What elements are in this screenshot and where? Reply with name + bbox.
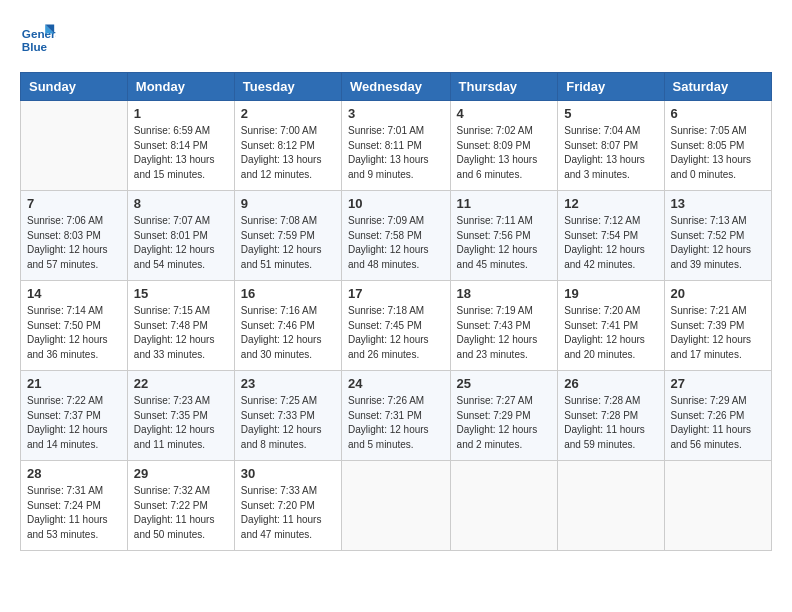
- cell-info: Sunrise: 7:14 AM Sunset: 7:50 PM Dayligh…: [27, 304, 121, 362]
- calendar-cell: [21, 101, 128, 191]
- cell-info: Sunrise: 7:26 AM Sunset: 7:31 PM Dayligh…: [348, 394, 444, 452]
- week-row-1: 1Sunrise: 6:59 AM Sunset: 8:14 PM Daylig…: [21, 101, 772, 191]
- calendar-cell: 12Sunrise: 7:12 AM Sunset: 7:54 PM Dayli…: [558, 191, 664, 281]
- day-number: 15: [134, 286, 228, 301]
- day-number: 28: [27, 466, 121, 481]
- day-number: 14: [27, 286, 121, 301]
- calendar-cell: 4Sunrise: 7:02 AM Sunset: 8:09 PM Daylig…: [450, 101, 558, 191]
- cell-info: Sunrise: 7:04 AM Sunset: 8:07 PM Dayligh…: [564, 124, 657, 182]
- calendar-cell: 8Sunrise: 7:07 AM Sunset: 8:01 PM Daylig…: [127, 191, 234, 281]
- cell-info: Sunrise: 7:21 AM Sunset: 7:39 PM Dayligh…: [671, 304, 765, 362]
- day-number: 8: [134, 196, 228, 211]
- cell-info: Sunrise: 7:18 AM Sunset: 7:45 PM Dayligh…: [348, 304, 444, 362]
- weekday-header-monday: Monday: [127, 73, 234, 101]
- day-number: 19: [564, 286, 657, 301]
- day-number: 25: [457, 376, 552, 391]
- day-number: 10: [348, 196, 444, 211]
- cell-info: Sunrise: 7:28 AM Sunset: 7:28 PM Dayligh…: [564, 394, 657, 452]
- calendar-cell: 7Sunrise: 7:06 AM Sunset: 8:03 PM Daylig…: [21, 191, 128, 281]
- svg-text:Blue: Blue: [22, 40, 48, 53]
- calendar-cell: 16Sunrise: 7:16 AM Sunset: 7:46 PM Dayli…: [234, 281, 341, 371]
- calendar-cell: 20Sunrise: 7:21 AM Sunset: 7:39 PM Dayli…: [664, 281, 771, 371]
- day-number: 11: [457, 196, 552, 211]
- day-number: 30: [241, 466, 335, 481]
- cell-info: Sunrise: 7:15 AM Sunset: 7:48 PM Dayligh…: [134, 304, 228, 362]
- calendar-cell: 18Sunrise: 7:19 AM Sunset: 7:43 PM Dayli…: [450, 281, 558, 371]
- calendar-cell: 21Sunrise: 7:22 AM Sunset: 7:37 PM Dayli…: [21, 371, 128, 461]
- cell-info: Sunrise: 6:59 AM Sunset: 8:14 PM Dayligh…: [134, 124, 228, 182]
- calendar-cell: [450, 461, 558, 551]
- calendar-cell: 27Sunrise: 7:29 AM Sunset: 7:26 PM Dayli…: [664, 371, 771, 461]
- day-number: 13: [671, 196, 765, 211]
- cell-info: Sunrise: 7:20 AM Sunset: 7:41 PM Dayligh…: [564, 304, 657, 362]
- calendar-cell: 2Sunrise: 7:00 AM Sunset: 8:12 PM Daylig…: [234, 101, 341, 191]
- cell-info: Sunrise: 7:32 AM Sunset: 7:22 PM Dayligh…: [134, 484, 228, 542]
- cell-info: Sunrise: 7:07 AM Sunset: 8:01 PM Dayligh…: [134, 214, 228, 272]
- day-number: 22: [134, 376, 228, 391]
- day-number: 26: [564, 376, 657, 391]
- day-number: 24: [348, 376, 444, 391]
- weekday-header-wednesday: Wednesday: [342, 73, 451, 101]
- cell-info: Sunrise: 7:22 AM Sunset: 7:37 PM Dayligh…: [27, 394, 121, 452]
- calendar-cell: 14Sunrise: 7:14 AM Sunset: 7:50 PM Dayli…: [21, 281, 128, 371]
- week-row-3: 14Sunrise: 7:14 AM Sunset: 7:50 PM Dayli…: [21, 281, 772, 371]
- cell-info: Sunrise: 7:31 AM Sunset: 7:24 PM Dayligh…: [27, 484, 121, 542]
- calendar-cell: 1Sunrise: 6:59 AM Sunset: 8:14 PM Daylig…: [127, 101, 234, 191]
- cell-info: Sunrise: 7:08 AM Sunset: 7:59 PM Dayligh…: [241, 214, 335, 272]
- cell-info: Sunrise: 7:29 AM Sunset: 7:26 PM Dayligh…: [671, 394, 765, 452]
- calendar-table: SundayMondayTuesdayWednesdayThursdayFrid…: [20, 72, 772, 551]
- cell-info: Sunrise: 7:23 AM Sunset: 7:35 PM Dayligh…: [134, 394, 228, 452]
- calendar-cell: 13Sunrise: 7:13 AM Sunset: 7:52 PM Dayli…: [664, 191, 771, 281]
- day-number: 27: [671, 376, 765, 391]
- calendar-cell: 6Sunrise: 7:05 AM Sunset: 8:05 PM Daylig…: [664, 101, 771, 191]
- calendar-cell: 9Sunrise: 7:08 AM Sunset: 7:59 PM Daylig…: [234, 191, 341, 281]
- weekday-header-thursday: Thursday: [450, 73, 558, 101]
- logo-icon: General Blue: [20, 20, 56, 56]
- day-number: 9: [241, 196, 335, 211]
- calendar-cell: 29Sunrise: 7:32 AM Sunset: 7:22 PM Dayli…: [127, 461, 234, 551]
- day-number: 2: [241, 106, 335, 121]
- cell-info: Sunrise: 7:06 AM Sunset: 8:03 PM Dayligh…: [27, 214, 121, 272]
- day-number: 29: [134, 466, 228, 481]
- week-row-4: 21Sunrise: 7:22 AM Sunset: 7:37 PM Dayli…: [21, 371, 772, 461]
- cell-info: Sunrise: 7:16 AM Sunset: 7:46 PM Dayligh…: [241, 304, 335, 362]
- weekday-header-row: SundayMondayTuesdayWednesdayThursdayFrid…: [21, 73, 772, 101]
- day-number: 18: [457, 286, 552, 301]
- day-number: 3: [348, 106, 444, 121]
- cell-info: Sunrise: 7:27 AM Sunset: 7:29 PM Dayligh…: [457, 394, 552, 452]
- day-number: 20: [671, 286, 765, 301]
- calendar-cell: [342, 461, 451, 551]
- cell-info: Sunrise: 7:09 AM Sunset: 7:58 PM Dayligh…: [348, 214, 444, 272]
- cell-info: Sunrise: 7:02 AM Sunset: 8:09 PM Dayligh…: [457, 124, 552, 182]
- cell-info: Sunrise: 7:11 AM Sunset: 7:56 PM Dayligh…: [457, 214, 552, 272]
- calendar-cell: 3Sunrise: 7:01 AM Sunset: 8:11 PM Daylig…: [342, 101, 451, 191]
- day-number: 5: [564, 106, 657, 121]
- weekday-header-sunday: Sunday: [21, 73, 128, 101]
- calendar-cell: 22Sunrise: 7:23 AM Sunset: 7:35 PM Dayli…: [127, 371, 234, 461]
- calendar-cell: [558, 461, 664, 551]
- weekday-header-friday: Friday: [558, 73, 664, 101]
- calendar-cell: 11Sunrise: 7:11 AM Sunset: 7:56 PM Dayli…: [450, 191, 558, 281]
- cell-info: Sunrise: 7:05 AM Sunset: 8:05 PM Dayligh…: [671, 124, 765, 182]
- day-number: 12: [564, 196, 657, 211]
- calendar-cell: 28Sunrise: 7:31 AM Sunset: 7:24 PM Dayli…: [21, 461, 128, 551]
- cell-info: Sunrise: 7:33 AM Sunset: 7:20 PM Dayligh…: [241, 484, 335, 542]
- cell-info: Sunrise: 7:19 AM Sunset: 7:43 PM Dayligh…: [457, 304, 552, 362]
- calendar-cell: 23Sunrise: 7:25 AM Sunset: 7:33 PM Dayli…: [234, 371, 341, 461]
- cell-info: Sunrise: 7:00 AM Sunset: 8:12 PM Dayligh…: [241, 124, 335, 182]
- day-number: 6: [671, 106, 765, 121]
- week-row-2: 7Sunrise: 7:06 AM Sunset: 8:03 PM Daylig…: [21, 191, 772, 281]
- day-number: 21: [27, 376, 121, 391]
- calendar-cell: 10Sunrise: 7:09 AM Sunset: 7:58 PM Dayli…: [342, 191, 451, 281]
- day-number: 4: [457, 106, 552, 121]
- week-row-5: 28Sunrise: 7:31 AM Sunset: 7:24 PM Dayli…: [21, 461, 772, 551]
- cell-info: Sunrise: 7:12 AM Sunset: 7:54 PM Dayligh…: [564, 214, 657, 272]
- calendar-cell: 24Sunrise: 7:26 AM Sunset: 7:31 PM Dayli…: [342, 371, 451, 461]
- day-number: 17: [348, 286, 444, 301]
- cell-info: Sunrise: 7:01 AM Sunset: 8:11 PM Dayligh…: [348, 124, 444, 182]
- calendar-cell: 26Sunrise: 7:28 AM Sunset: 7:28 PM Dayli…: [558, 371, 664, 461]
- calendar-cell: 15Sunrise: 7:15 AM Sunset: 7:48 PM Dayli…: [127, 281, 234, 371]
- day-number: 23: [241, 376, 335, 391]
- weekday-header-saturday: Saturday: [664, 73, 771, 101]
- logo: General Blue: [20, 20, 62, 56]
